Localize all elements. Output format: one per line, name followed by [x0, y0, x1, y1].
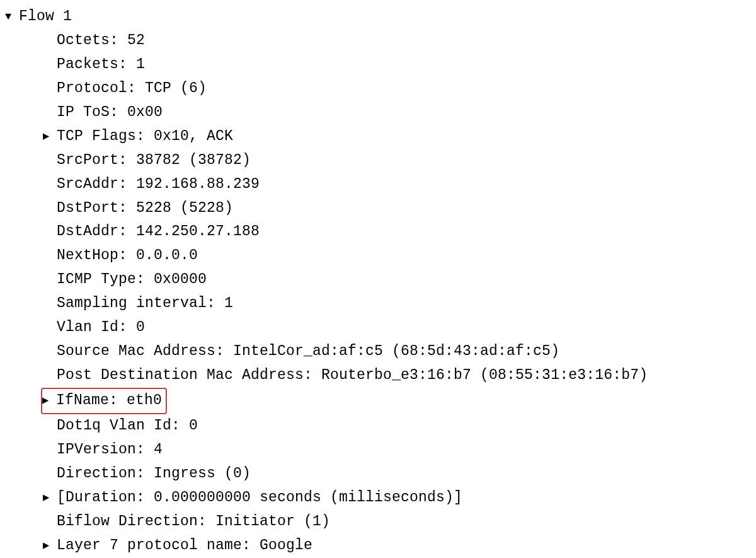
field-label: SrcAddr: 192.168.88.239	[57, 173, 260, 197]
tree-row[interactable]: Dot1q Vlan Id: 0	[5, 414, 751, 438]
tree-row[interactable]: ▶Layer 7 protocol name: Google	[5, 534, 751, 558]
tree-row[interactable]: ▶[Duration: 0.000000000 seconds (millise…	[5, 486, 751, 510]
tree-row[interactable]: ICMP Type: 0x0000	[5, 268, 751, 292]
field-label: Dot1q Vlan Id: 0	[57, 414, 198, 438]
field-label: Protocol: TCP (6)	[57, 77, 207, 101]
chevron-right-icon[interactable]: ▶	[42, 392, 56, 410]
tree-row[interactable]: Vlan Id: 0	[5, 316, 751, 340]
field-label: Vlan Id: 0	[57, 316, 145, 340]
tree-row[interactable]: Sampling interval: 1	[5, 292, 751, 316]
field-label: Sampling interval: 1	[57, 292, 233, 316]
tree-row[interactable]: IP ToS: 0x00	[5, 101, 751, 125]
tree-row[interactable]: Source Mac Address: IntelCor_ad:af:c5 (6…	[5, 340, 751, 364]
field-label: IPVersion: 4	[57, 438, 163, 462]
tree-row[interactable]: SrcAddr: 192.168.88.239	[5, 173, 751, 197]
field-label: Layer 7 protocol name: Google	[57, 534, 312, 558]
field-label: Source Mac Address: IntelCor_ad:af:c5 (6…	[57, 340, 559, 364]
flow-title-label: Flow 1	[19, 5, 72, 29]
highlight-box: ▶IfName: eth0	[41, 388, 167, 414]
field-label: DstPort: 5228 (5228)	[57, 197, 233, 221]
field-label: IfName: eth0	[56, 392, 162, 409]
tree-row[interactable]: Direction: Ingress (0)	[5, 462, 751, 486]
field-label: IP ToS: 0x00	[57, 101, 163, 125]
tree-row[interactable]: DstAddr: 142.250.27.188	[5, 220, 751, 244]
field-label: ICMP Type: 0x0000	[57, 268, 207, 292]
tree-row[interactable]: Packets: 1	[5, 53, 751, 77]
field-label: Octets: 52	[57, 29, 145, 53]
tree-row[interactable]: Octets: 52	[5, 29, 751, 53]
tree-row[interactable]: SrcPort: 38782 (38782)	[5, 149, 751, 173]
tree-row[interactable]: ▶TCP Flags: 0x10, ACK	[5, 125, 751, 149]
field-label: NextHop: 0.0.0.0	[57, 244, 198, 268]
tree-row[interactable]: ▶IfName: eth0	[5, 388, 751, 414]
field-label: Direction: Ingress (0)	[57, 462, 251, 486]
flow-children-container: Octets: 52Packets: 1Protocol: TCP (6)IP …	[5, 29, 751, 558]
field-label: [Duration: 0.000000000 seconds (millisec…	[57, 486, 462, 510]
tree-row[interactable]: DstPort: 5228 (5228)	[5, 197, 751, 221]
field-label: Packets: 1	[57, 53, 145, 77]
tree-row[interactable]: Protocol: TCP (6)	[5, 77, 751, 101]
chevron-down-icon[interactable]: ▼	[5, 8, 19, 26]
tree-row[interactable]: IPVersion: 4	[5, 438, 751, 462]
tree-row[interactable]: Post Destination Mac Address: Routerbo_e…	[5, 364, 751, 388]
chevron-right-icon[interactable]: ▶	[43, 128, 57, 146]
field-label: DstAddr: 142.250.27.188	[57, 220, 260, 244]
field-label: Post Destination Mac Address: Routerbo_e…	[57, 364, 648, 388]
field-label: SrcPort: 38782 (38782)	[57, 149, 251, 173]
tree-row-flow-root[interactable]: ▼ Flow 1	[5, 5, 751, 29]
field-label: Biflow Direction: Initiator (1)	[57, 510, 330, 534]
chevron-right-icon[interactable]: ▶	[43, 489, 57, 507]
chevron-right-icon[interactable]: ▶	[43, 537, 57, 555]
tree-row[interactable]: NextHop: 0.0.0.0	[5, 244, 751, 268]
tree-row[interactable]: Biflow Direction: Initiator (1)	[5, 510, 751, 534]
field-label: TCP Flags: 0x10, ACK	[57, 125, 233, 149]
